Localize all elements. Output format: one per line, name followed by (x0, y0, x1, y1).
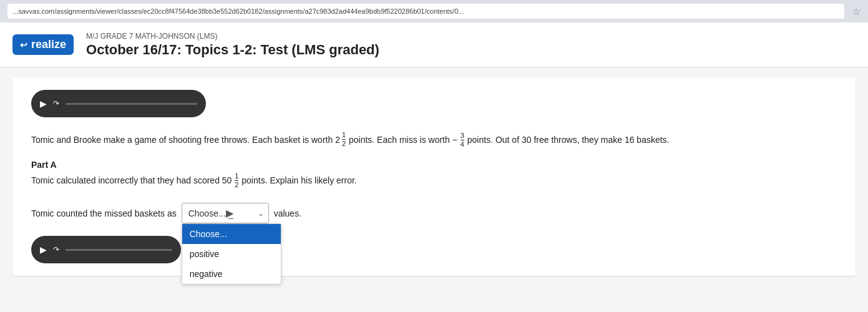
sub-question: Tomic calculated incorrectly that they h… (31, 173, 837, 189)
app-header: ↩ realize M/J GRADE 7 MATH-JOHNSON (LMS)… (0, 22, 868, 67)
basket-whole: 2 (335, 133, 340, 147)
answer-suffix: values. (274, 208, 301, 218)
play-button[interactable]: ▶ (40, 99, 47, 109)
basket-value: 2 1 2 (335, 132, 346, 148)
url-bar: ...savvas.com/assignments/viewer/classes… (7, 4, 844, 19)
answer-row: Tomic counted the missed baskets as Choo… (31, 203, 837, 223)
audio-player-2: ▶ ↷ (31, 236, 181, 263)
bookmark-icon[interactable]: ☆ (852, 6, 861, 17)
points-label-2: points. Out of 30 free throws, they make… (467, 135, 670, 145)
main-content: ▶ ↷ Tomic and Brooke make a game of shoo… (12, 77, 856, 276)
points-label-1: points. Each miss is worth (349, 135, 452, 145)
replay-icon[interactable]: ↷ (53, 99, 59, 108)
cursor-icon: ▶̲ (226, 207, 233, 219)
audio-player-1: ▶ ↷ (31, 90, 206, 117)
play-button-2[interactable]: ▶ (40, 245, 47, 255)
dropdown-menu: Choose... positive negative (182, 223, 281, 285)
logo-text: realize (31, 38, 66, 51)
miss-numerator: 3 (461, 132, 464, 140)
dropdown-option-choose[interactable]: Choose... (182, 224, 281, 244)
part-a-label: Part A (31, 160, 837, 170)
answer-prefix: Tomic counted the missed baskets as (31, 208, 177, 218)
miss-neg: − (452, 135, 457, 145)
basket-denominator: 2 (342, 140, 346, 147)
header-title-block: M/J GRADE 7 MATH-JOHNSON (LMS) October 1… (86, 32, 379, 58)
sub-question-text: Tomic calculated incorrectly that they h… (31, 175, 232, 185)
url-text: ...savvas.com/assignments/viewer/classes… (12, 7, 464, 15)
progress-bar-2 (66, 249, 172, 251)
progress-bar (66, 103, 197, 105)
dropdown-wrapper[interactable]: Choose... ▶̲ ⌄ Choose... positive negati… (182, 203, 269, 223)
chevron-down-icon: ⌄ (258, 209, 264, 218)
question-text: Tomic and Brooke make a game of shooting… (31, 132, 837, 149)
miss-denominator: 4 (461, 140, 464, 148)
dropdown-select[interactable]: Choose... ▶̲ ⌄ (182, 203, 269, 223)
logo-back-icon: ↩ (20, 40, 27, 50)
sub-fraction: 1 2 (235, 173, 238, 188)
basket-numerator: 1 (342, 132, 346, 140)
miss-fraction: 3 4 (461, 132, 464, 148)
realize-logo[interactable]: ↩ realize (12, 34, 74, 55)
dropdown-option-positive[interactable]: positive (182, 244, 281, 264)
header-subtitle: M/J GRADE 7 MATH-JOHNSON (LMS) (86, 32, 379, 41)
browser-bar: ...savvas.com/assignments/viewer/classes… (0, 0, 868, 22)
sub-numerator: 1 (235, 173, 238, 181)
dropdown-option-negative[interactable]: negative (182, 264, 281, 284)
replay-icon-2[interactable]: ↷ (53, 245, 59, 254)
sub-question-rest: points. Explain his likely error. (241, 175, 356, 185)
sub-denominator: 2 (235, 181, 238, 188)
question-main: Tomic and Brooke make a game of shooting… (31, 135, 335, 145)
dropdown-selected-value: Choose... (188, 208, 226, 218)
basket-fraction: 1 2 (342, 132, 346, 147)
header-title: October 16/17: Topics 1-2: Test (LMS gra… (86, 42, 379, 58)
